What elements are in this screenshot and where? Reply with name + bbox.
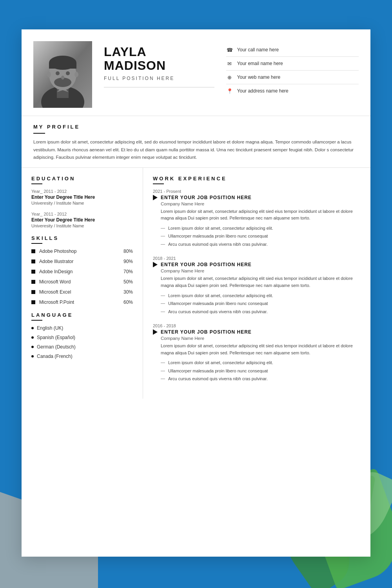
language-title: LANGUAGE: [31, 312, 133, 318]
work-bullet-2-2: — Ullamcorper malesuada proin libero nun…: [161, 300, 361, 307]
work-year-3: 2016 - 2018: [153, 323, 361, 328]
work-company-1: Company Name Here: [161, 201, 361, 206]
edu-institution-1: Univeresity / Institute Name: [31, 201, 133, 205]
svg-rect-9: [49, 63, 76, 69]
position-title: FULL POSITION HERE: [104, 76, 214, 81]
work-bullet-text-3-2: Ullamcorper malesuada proin libero nunc …: [168, 368, 268, 374]
profile-text: Lorem ipsum dolor sit amet, consectetur …: [33, 138, 359, 162]
work-bullet-1-1: — Lorem ipsum dolor sit amet, consectetu…: [161, 225, 361, 232]
svg-point-13: [61, 76, 64, 80]
photo-area: [33, 41, 92, 108]
edu-item-1: Year_ 2011 - 2012 Enter Your Degree Titl…: [31, 189, 133, 205]
work-bullet-text-2-3: Arcu cursus euismod quis viverra nibh cr…: [168, 309, 268, 315]
skill-6: Microsoft P.Point 60%: [31, 299, 133, 305]
name-divider: [104, 87, 214, 87]
work-job-title-2: ENTER YOUR JOB POSITION HERE: [161, 262, 252, 267]
skill-pct-2: 90%: [119, 259, 133, 264]
profile-section: MY PROFILE Lorem ipsum dolor sit amet, c…: [22, 116, 370, 168]
phone-icon: ☎: [226, 46, 233, 53]
work-item-3: 2016 - 2018 ENTER YOUR JOB POSITION HERE…: [153, 323, 361, 382]
profile-underline: [33, 133, 45, 134]
skill-pct-4: 50%: [119, 279, 133, 285]
work-item-1: 2021 - Prosent ENTER YOUR JOB POSITION H…: [153, 189, 361, 248]
person-name: LAYLA MADISON: [104, 45, 214, 73]
address-icon: 📍: [226, 87, 233, 94]
work-underline: [153, 183, 164, 184]
skill-icon-1: [31, 249, 35, 253]
work-bullet-text-2-2: Ullamcorper malesuada proin libero nunc …: [168, 300, 268, 307]
work-bullet-text-1-3: Arcu cursus euismod quis viverra nibh cr…: [168, 241, 268, 248]
skill-name-1: Adobe Photoshop: [39, 249, 115, 254]
right-col: WORK EXPERIENCE 2021 - Prosent ENTER YOU…: [143, 168, 370, 399]
work-title-row-2: ENTER YOUR JOB POSITION HERE: [153, 262, 361, 267]
name-section: LAYLA MADISON FULL POSITION HERE: [104, 41, 214, 87]
skill-pct-6: 60%: [119, 299, 133, 305]
skill-icon-4: [31, 280, 35, 284]
lang-bullet-4: [31, 355, 34, 358]
work-bullet-3-2: — Ullamcorper malesuada proin libero nun…: [161, 368, 361, 374]
skill-pct-1: 80%: [119, 249, 133, 254]
work-bullet-3-3: — Arcu cursus euismod quis viverra nibh …: [161, 376, 361, 382]
work-title: WORK EXPERIENCE: [153, 176, 361, 181]
lang-3: German (Deutsch): [31, 344, 133, 350]
education-underline: [31, 183, 42, 184]
photo-placeholder: [33, 41, 92, 108]
work-title-row-1: ENTER YOUR JOB POSITION HERE: [153, 195, 361, 200]
skills-underline: [31, 243, 42, 244]
skill-3: Adobe InDesign 70%: [31, 269, 133, 274]
work-company-2: Company Name Here: [161, 269, 361, 273]
contact-phone: ☎ Your call name here: [226, 43, 359, 57]
education-title: EDUCATION: [31, 176, 133, 181]
work-desc-3: Lorem ipsum dolor sit amet, consectetur …: [161, 343, 361, 356]
skill-icon-2: [31, 260, 35, 263]
language-underline: [31, 320, 42, 321]
skill-1: Adobe Photoshop 80%: [31, 249, 133, 254]
edu-degree-1: Enter Your Degree Title Here: [31, 194, 133, 200]
work-bullet-3-1: — Lorem ipsum dolor sit amet, consectetu…: [161, 359, 361, 366]
email-icon: ✉: [226, 60, 233, 67]
edu-item-2: Year_ 2011 - 2012 Enter Your Degree Titl…: [31, 212, 133, 228]
work-year-1: 2021 - Prosent: [153, 189, 361, 194]
two-col: EDUCATION Year_ 2011 - 2012 Enter Your D…: [22, 168, 370, 399]
skill-name-2: Adobe Illustrator: [39, 259, 115, 264]
work-desc-1: Lorem ipsum dolor sit amet, consectetur …: [161, 208, 361, 222]
work-arrow-3: [153, 329, 158, 335]
edu-year-2: Year_ 2011 - 2012: [31, 212, 133, 216]
header-section: LAYLA MADISON FULL POSITION HERE ☎ Your …: [22, 29, 370, 116]
lang-1: English (UK): [31, 325, 133, 331]
skill-4: Microsoft Word 50%: [31, 279, 133, 285]
work-bullet-text-2-1: Lorem ipsum dolor sit amet, consectetur …: [168, 292, 273, 299]
skill-name-3: Adobe InDesign: [39, 269, 115, 274]
contact-section: ☎ Your call name here ✉ Your email name …: [226, 41, 359, 98]
work-title-row-3: ENTER YOUR JOB POSITION HERE: [153, 329, 361, 335]
profile-title: MY PROFILE: [33, 124, 359, 130]
svg-point-10: [56, 71, 60, 75]
edu-degree-2: Enter Your Degree Title Here: [31, 217, 133, 223]
work-bullet-text-3-3: Arcu cursus euismod quis viverra nibh cr…: [168, 376, 268, 382]
skill-icon-6: [31, 300, 35, 304]
work-bullet-1-2: — Ullamcorper malesuada proin libero nun…: [161, 233, 361, 240]
work-item-2: 2018 - 2021 ENTER YOUR JOB POSITION HERE…: [153, 256, 361, 315]
skill-5: Microsoft Excel 30%: [31, 289, 133, 295]
lang-2: Spanish (Español): [31, 335, 133, 340]
svg-point-14: [47, 72, 51, 77]
skill-name-5: Microsoft Excel: [39, 289, 115, 295]
contact-email: ✉ Your email name here: [226, 57, 359, 71]
svg-point-15: [74, 72, 78, 77]
work-company-3: Company Name Here: [161, 336, 361, 341]
work-bullet-text-1-1: Lorem ipsum dolor sit amet, consectetur …: [168, 225, 273, 232]
lang-4: Canada (French): [31, 354, 133, 359]
work-bullet-1-3: — Arcu cursus euismod quis viverra nibh …: [161, 241, 361, 248]
skill-2: Adobe Illustrator 90%: [31, 259, 133, 264]
skill-name-4: Microsoft Word: [39, 279, 115, 285]
left-col: EDUCATION Year_ 2011 - 2012 Enter Your D…: [22, 168, 143, 399]
svg-point-11: [66, 71, 70, 75]
web-icon: ⊕: [226, 74, 233, 81]
lang-bullet-3: [31, 346, 34, 348]
edu-institution-2: Univeresity / Institute Name: [31, 223, 133, 228]
work-job-title-1: ENTER YOUR JOB POSITION HERE: [161, 195, 252, 200]
lang-bullet-2: [31, 336, 34, 339]
work-bullet-2-3: — Arcu cursus euismod quis viverra nibh …: [161, 309, 361, 315]
work-job-title-3: ENTER YOUR JOB POSITION HERE: [161, 329, 252, 335]
contact-address: 📍 Your address name here: [226, 84, 359, 98]
